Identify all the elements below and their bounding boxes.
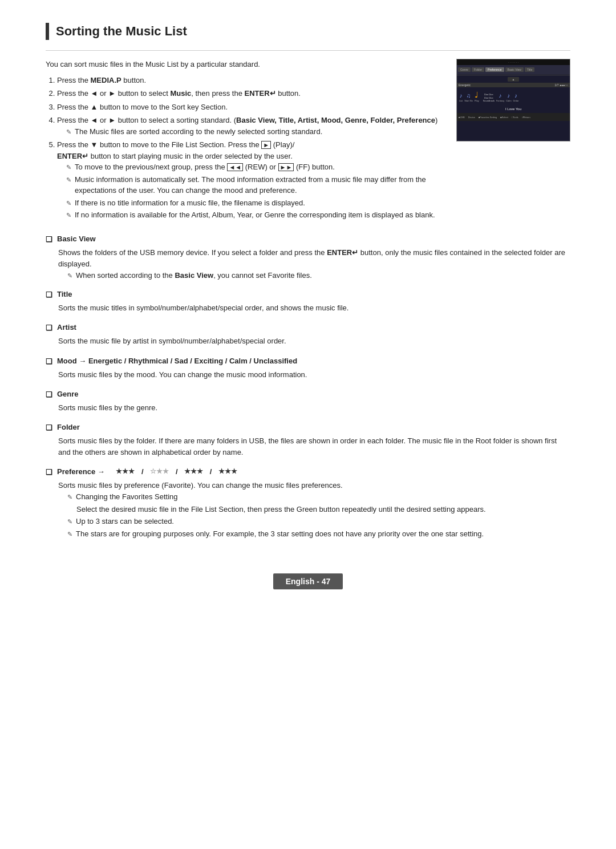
section-heading-basic-view: Basic View [46, 235, 570, 244]
step-5-note1: ✎ To move to the previous/next group, pr… [57, 161, 445, 173]
basic-view-note: ✎ When sorted according to the Basic Vie… [58, 270, 570, 281]
section-body-artist: Sorts the music file by artist in symbol… [46, 335, 570, 347]
stars-full-3: ★★★ [218, 467, 237, 475]
note-icon-bv: ✎ [67, 271, 72, 281]
pref-note1: ✎ Changing the Favorites Setting [58, 491, 570, 503]
section-body-basic-view: Shows the folders of the USB memory devi… [46, 247, 570, 281]
btn-favorite: ■Favorites Setting [479, 116, 497, 119]
section-heading-artist: Artist [46, 323, 570, 332]
note-icon: ✎ [66, 127, 71, 137]
music-note-1: ♪ [460, 92, 463, 99]
music-note-3: ♩ [475, 90, 479, 99]
step-1: Press the MEDIA.P button. [57, 75, 445, 86]
stars-partial-1: ☆★★ [150, 467, 169, 475]
section-folder: Folder Sorts music files by the folder. … [46, 423, 570, 458]
section-preference: Preference → ★★★ / ☆★★ / ★★★ / ★★★ Sorts… [46, 467, 570, 539]
section-body-mood: Sorts music files by the mood. You can c… [46, 369, 570, 381]
note-icon-p3: ✎ [67, 517, 72, 527]
section-heading-title: Title [46, 290, 570, 299]
section-heading-preference: Preference → ★★★ / ☆★★ / ★★★ / ★★★ [46, 467, 570, 476]
btn-return: ↺Return [522, 116, 530, 119]
screen-bottom: ■USB Device ■Favorites Setting ■Select □… [457, 113, 570, 121]
note-icon-4: ✎ [66, 211, 71, 220]
music-note-4: ♪ [499, 92, 502, 99]
footer-badge: English - 47 [273, 573, 343, 589]
note-icon-p1: ✎ [67, 492, 72, 502]
step-5: Press the ▼ button to move to the File L… [57, 139, 445, 221]
note-icon-p4: ✎ [67, 529, 72, 539]
section-heading-genre: Genre [46, 390, 570, 399]
pref-note4: ✎ The stars are for grouping purposes on… [58, 528, 570, 540]
section-mood: Mood → Energetic / Rhythmical / Sad / Ex… [46, 357, 570, 381]
music-note-5: ♪ [507, 92, 510, 99]
screen-sort-row: Energetic1/7 ●●●○○ [457, 83, 570, 87]
tab-genre: Genre [458, 67, 471, 72]
section-genre: Genre Sorts music files by the genre. [46, 390, 570, 414]
tab-title: Title [525, 67, 534, 72]
music-note-2: ♫ [467, 92, 471, 99]
note-icon-1: ✎ [66, 163, 71, 172]
section-artist: Artist Sorts the music file by artist in… [46, 323, 570, 347]
screen-box: · · · · · · · Genre Folder Preference Ba… [456, 59, 570, 142]
step-5-note3: ✎ If there is no title information for a… [57, 197, 445, 209]
stars-full-2: ★★★ [184, 467, 203, 475]
section-heading-folder: Folder [46, 423, 570, 432]
btn-usb: ■USB [459, 116, 465, 119]
section-body-preference: Sorts music files by preference (Favorit… [46, 480, 570, 539]
tab-folder: Folder [472, 67, 484, 72]
step-4: Press the ◄ or ► button to select a sort… [57, 115, 445, 137]
section-body-genre: Sorts music files by the genre. [46, 402, 570, 414]
sections-container: Basic View Shows the folders of the USB … [46, 235, 570, 540]
pref-note3: ✎ Up to 3 stars can be selected. [58, 516, 570, 527]
btn-select: ■Select [500, 116, 508, 119]
stars-full-1: ★★★ [116, 467, 135, 475]
section-heading-mood: Mood → Energetic / Rhythmical / Sad / Ex… [46, 357, 570, 366]
step-3: Press the ▲ button to move to the Sort k… [57, 102, 445, 113]
section-body-folder: Sorts music files by the folder. If ther… [46, 435, 570, 458]
intro-text: You can sort music files in the Music Li… [46, 59, 445, 70]
note-icon-2: ✎ [66, 175, 71, 185]
step-2: Press the ◄ or ► button to select Music,… [57, 88, 445, 99]
section-body-title: Sorts the music titles in symbol/number/… [46, 302, 570, 314]
steps-list: Press the MEDIA.P button. Press the ◄ or… [46, 75, 445, 221]
btn-device: Device [468, 116, 475, 119]
page-title: Sorting the Music List [46, 23, 570, 40]
screen-tabs: Genre Folder Preference Basic View Title [457, 65, 570, 74]
pref-note2: Select the desired music file in the Fil… [58, 504, 570, 515]
note-icon-3: ✎ [66, 199, 71, 208]
step-5-note2: ✎ Music information is automatically set… [57, 174, 445, 196]
step-4-note: ✎ The Music files are sorted according t… [57, 126, 445, 138]
step-5-note4: ✎ If no information is available for the… [57, 209, 445, 221]
section-title: Title Sorts the music titles in symbol/n… [46, 290, 570, 314]
music-note-6: ♪ [514, 92, 517, 99]
section-basic-view: Basic View Shows the folders of the USB … [46, 235, 570, 281]
footer: English - 47 [46, 573, 570, 589]
btn-tools: □Tools [512, 116, 518, 119]
main-content: You can sort music files in the Music Li… [46, 59, 445, 225]
tab-preference: Preference [485, 67, 504, 72]
screen-preview: · · · · · · · Genre Folder Preference Ba… [456, 59, 570, 225]
screen-inner: · · · · · · · Genre Folder Preference Ba… [457, 59, 570, 141]
tab-basicview: Basic View [505, 67, 524, 72]
